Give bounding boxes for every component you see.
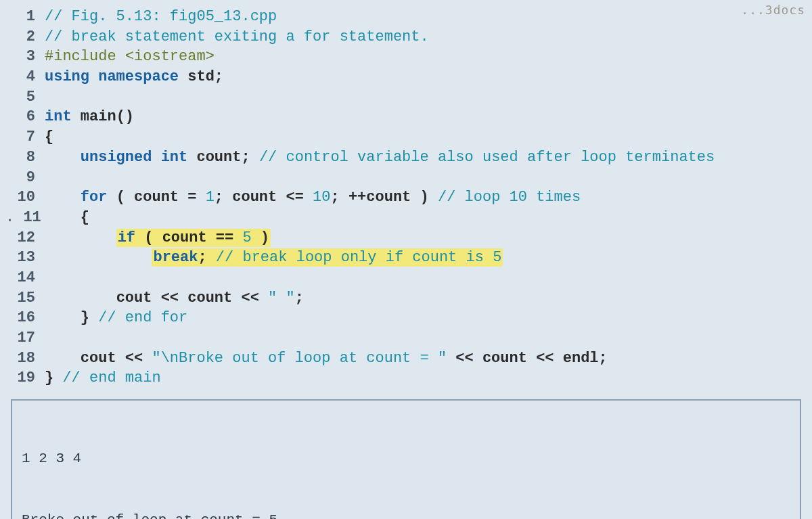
code-content: using namespace std; [45,67,807,87]
code-line: 12 if ( count == 5 ) [5,228,807,248]
line-number: 3 [5,47,45,67]
token: << [232,290,268,307]
token: break [153,249,198,266]
token: count [366,189,411,206]
code-line: 9 [5,168,807,188]
code-content: // Fig. 5.13: fig05_13.cpp [45,7,807,27]
code-content: #include <iostream> [45,47,807,67]
token: count [187,290,232,307]
token: if [118,229,145,246]
code-line: 8 unsigned int count; // control variabl… [5,148,807,168]
watermark-text: ...3docs [741,3,805,17]
code-line: 3#include <iostream> [5,47,807,67]
code-content: int main() [45,107,807,127]
code-line: 6int main() [5,107,807,127]
token: ; [241,149,258,166]
line-number: 1 [5,7,45,27]
line-number: 4 [5,67,45,87]
line-number: 11 [5,208,45,228]
output-line-2: Broke out of loop at count = 5 [22,510,790,519]
token: std [187,68,215,85]
line-number: 12 [5,228,45,248]
token: count [482,350,527,367]
token: #include <iostream> [45,48,215,65]
code-line: 5 [5,87,807,108]
line-number: 19 [5,368,45,388]
token: "\nBroke out of loop at count = " [152,350,447,367]
code-content [45,328,807,348]
token: // loop 10 times [438,189,581,206]
line-number: 8 [5,148,45,168]
token: 1 [206,189,215,206]
token: count [232,189,277,206]
token: main [81,108,116,125]
token: << [527,350,563,367]
code-content: cout << count << " "; [45,288,807,309]
code-content: { [45,208,807,228]
token: ++ [348,189,366,206]
code-line: 10 for ( count = 1; count <= 10; ++count… [5,187,807,208]
token: // end for [98,309,187,326]
code-content: cout << "\nBroke out of loop at count = … [45,348,807,369]
token: unsigned int [81,149,197,166]
code-content [45,268,807,288]
code-line: 7{ [5,127,807,148]
token: // Fig. 5.13: fig05_13.cpp [45,8,277,25]
line-number: 18 [5,348,45,369]
token: { [45,129,53,145]
token: () [116,108,134,125]
token: count [196,149,241,166]
token: " " [268,290,295,307]
code-content: unsigned int count; // control variable … [45,148,807,168]
token: ; [295,290,304,307]
code-content: break; // break loop only if count is 5 [45,248,807,268]
code-line: 14 [5,268,807,288]
line-number: 16 [5,308,45,328]
token: using namespace [45,68,187,85]
token: 10 [313,189,330,206]
code-content: for ( count = 1; count <= 10; ++count ) … [45,187,807,208]
token: ; [215,68,223,85]
token: ( [144,229,162,246]
code-content [45,87,807,108]
token: ; [198,249,215,266]
code-line: 4using namespace std; [5,67,807,87]
code-content: // break statement exiting a for stateme… [45,27,807,47]
line-number: 15 [5,288,45,309]
token: cout [81,350,116,367]
highlighted-code: break; // break loop only if count is 5 [152,248,503,267]
token: } [45,369,62,386]
code-content: if ( count == 5 ) [45,228,807,248]
line-number: 5 [5,87,45,108]
token: count [162,229,207,246]
token: ; [599,350,608,367]
token: = [179,189,206,206]
token: // end main [62,369,160,386]
token: endl [563,350,599,367]
code-line: 17 [5,328,807,348]
code-line: 2// break statement exiting a for statem… [5,27,807,47]
token: ; [331,189,348,206]
token: << [447,350,482,367]
token: << [116,350,152,367]
code-content: } // end main [45,368,807,388]
code-line: 18 cout << "\nBroke out of loop at count… [5,348,807,369]
line-number: 13 [5,248,45,268]
token: 5 [242,229,251,246]
code-line: 1// Fig. 5.13: fig05_13.cpp [5,7,807,27]
code-content: { [45,127,807,148]
code-listing: 1// Fig. 5.13: fig05_13.cpp2// break sta… [5,7,807,388]
code-content: } // end for [45,308,807,328]
program-output: 1 2 3 4 Broke out of loop at count = 5 [11,399,801,519]
token: // break loop only if count is 5 [216,249,501,266]
code-line: 11 { [5,208,807,228]
code-content [45,168,807,188]
token: ) [252,229,269,246]
line-number: 9 [5,168,45,188]
token: <= [277,189,313,206]
token: ( [116,189,134,206]
code-line: 13 break; // break loop only if count is… [5,248,807,268]
output-line-1: 1 2 3 4 [22,449,790,469]
line-number: 7 [5,127,45,148]
line-number: 14 [5,268,45,288]
